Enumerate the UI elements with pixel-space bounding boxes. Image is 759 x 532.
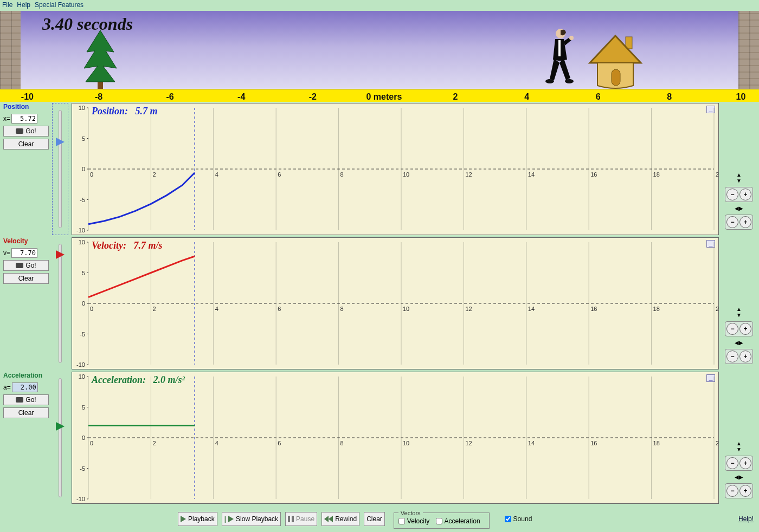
svg-point-5 xyxy=(569,36,574,40)
svg-text:0: 0 xyxy=(90,440,93,446)
zoom-in-y[interactable]: + xyxy=(739,189,751,200)
velocity-vector-checkbox[interactable]: Velocity xyxy=(398,517,429,525)
svg-point-3 xyxy=(545,79,554,83)
walking-man-icon[interactable] xyxy=(542,27,575,90)
playback-button[interactable]: Playback xyxy=(178,512,217,526)
zoom-out-y[interactable]: − xyxy=(726,323,738,335)
zoom-out-y[interactable]: − xyxy=(726,457,738,469)
bottom-bar: Playback |Slow Playback Pause Rewind Cle… xyxy=(0,506,759,532)
velocity-row: Velocity v= Go! Clear Velocity: 7.7 m/s … xyxy=(3,237,756,369)
wall-right xyxy=(738,11,759,91)
position-go-button[interactable]: Go! xyxy=(3,126,49,137)
svg-text:0: 0 xyxy=(82,434,85,441)
position-clear-button[interactable]: Clear xyxy=(3,139,49,150)
zoom-in-x[interactable]: + xyxy=(739,485,751,497)
svg-text:6: 6 xyxy=(278,440,281,446)
position-input[interactable] xyxy=(11,114,37,124)
svg-text:0: 0 xyxy=(82,300,85,307)
svg-text:10: 10 xyxy=(79,373,85,380)
zoom-in-x[interactable]: + xyxy=(739,216,751,228)
ruler-tick: -2 xyxy=(309,92,317,102)
ruler-tick: 4 xyxy=(524,92,529,102)
zoom-in-x[interactable]: + xyxy=(739,351,751,362)
pause-button[interactable]: Pause xyxy=(285,512,317,526)
position-slider[interactable] xyxy=(52,103,68,235)
svg-marker-8 xyxy=(590,36,641,63)
velocity-label: Velocity xyxy=(3,237,49,245)
wall-left xyxy=(0,11,21,91)
acceleration-zoom: ▲▼ −+ ◀▶ −+ xyxy=(722,372,756,504)
pause-icon xyxy=(288,516,294,522)
svg-text:2: 2 xyxy=(152,440,156,446)
svg-text:12: 12 xyxy=(465,171,472,178)
ruler-tick: 6 xyxy=(596,92,601,102)
vectors-legend: Vectors xyxy=(398,510,423,516)
acceleration-input[interactable] xyxy=(12,382,38,392)
zoom-in-y[interactable]: + xyxy=(739,323,751,335)
velocity-controls: Velocity v= Go! Clear xyxy=(3,237,49,369)
svg-text:2: 2 xyxy=(152,171,156,178)
position-var: x= xyxy=(3,115,10,122)
zoom-out-x[interactable]: − xyxy=(726,485,738,497)
velocity-slider-thumb[interactable] xyxy=(56,250,65,259)
velocity-clear-button[interactable]: Clear xyxy=(3,273,49,284)
svg-text:5: 5 xyxy=(82,270,85,276)
slow-playback-button[interactable]: |Slow Playback xyxy=(222,512,281,526)
svg-text:10: 10 xyxy=(403,440,409,446)
rewind-button[interactable]: Rewind xyxy=(321,512,359,526)
acceleration-slider[interactable] xyxy=(52,372,68,504)
help-link[interactable]: Help! xyxy=(738,515,754,523)
acceleration-slider-thumb[interactable] xyxy=(56,422,65,431)
position-slider-thumb[interactable] xyxy=(56,138,65,146)
ruler-tick: -10 xyxy=(21,92,34,102)
sound-checkbox[interactable]: Sound xyxy=(505,515,532,523)
menubar: File Help Special Features xyxy=(0,0,759,10)
menu-help[interactable]: Help xyxy=(17,1,30,9)
svg-text:16: 16 xyxy=(590,171,597,178)
play-icon xyxy=(228,516,234,522)
svg-rect-6 xyxy=(558,40,561,56)
menu-file[interactable]: File xyxy=(2,1,12,9)
vectors-group: Vectors Velocity Acceleration xyxy=(394,510,490,529)
acceleration-go-button[interactable]: Go! xyxy=(3,394,49,405)
svg-text:12: 12 xyxy=(465,306,472,312)
position-chart[interactable]: Position: 5.7 m _ 024681012141618201050-… xyxy=(72,103,719,235)
tree-icon xyxy=(81,30,119,90)
svg-text:6: 6 xyxy=(278,306,281,312)
ruler-tick: 2 xyxy=(453,92,458,102)
svg-text:20: 20 xyxy=(716,440,718,446)
position-label: Position xyxy=(3,103,49,111)
svg-text:8: 8 xyxy=(340,306,344,312)
ruler-tick: -4 xyxy=(237,92,245,102)
zoom-out-x[interactable]: − xyxy=(726,351,738,362)
zoom-out-x[interactable]: − xyxy=(726,216,738,228)
svg-text:-5: -5 xyxy=(80,465,85,472)
camera-icon xyxy=(16,397,23,403)
menu-special[interactable]: Special Features xyxy=(35,1,83,9)
svg-text:20: 20 xyxy=(716,306,718,312)
acceleration-chart[interactable]: Acceleration: 2.0 m/s² _ 024681012141618… xyxy=(72,372,719,504)
acceleration-vector-checkbox[interactable]: Acceleration xyxy=(436,517,480,525)
rewind-icon xyxy=(324,516,333,522)
svg-text:12: 12 xyxy=(465,440,472,446)
svg-text:16: 16 xyxy=(590,440,597,446)
camera-icon xyxy=(16,128,23,134)
position-controls: Position x= Go! Clear xyxy=(3,103,49,235)
svg-text:18: 18 xyxy=(653,306,660,312)
svg-text:2: 2 xyxy=(152,306,156,312)
svg-text:10: 10 xyxy=(79,239,85,245)
zoom-in-y[interactable]: + xyxy=(739,457,751,469)
svg-text:4: 4 xyxy=(215,171,218,178)
velocity-chart[interactable]: Velocity: 7.7 m/s _ 02468101214161820105… xyxy=(72,237,719,369)
clear-all-button[interactable]: Clear xyxy=(364,512,385,526)
velocity-slider[interactable] xyxy=(52,237,68,369)
acceleration-clear-button[interactable]: Clear xyxy=(3,407,49,418)
camera-icon xyxy=(16,263,23,268)
zoom-out-y[interactable]: − xyxy=(726,189,738,200)
velocity-go-button[interactable]: Go! xyxy=(3,260,49,271)
velocity-input[interactable] xyxy=(11,248,37,258)
svg-text:5: 5 xyxy=(82,135,85,142)
ruler-tick: 8 xyxy=(667,92,672,102)
svg-text:14: 14 xyxy=(528,171,535,178)
svg-marker-1 xyxy=(84,30,117,82)
